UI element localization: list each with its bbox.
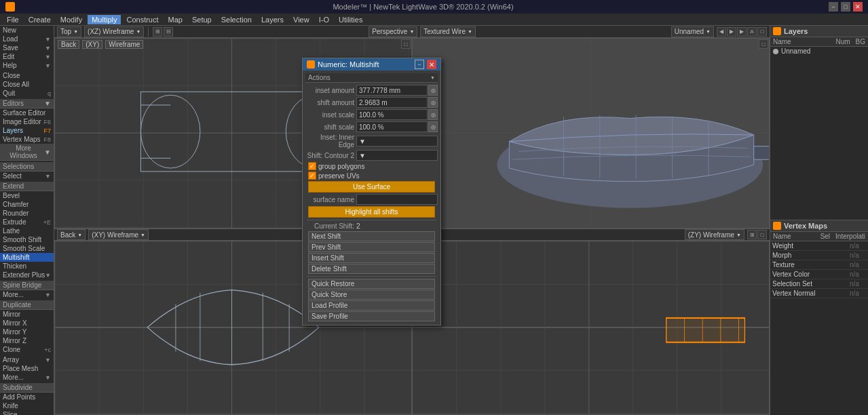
shift-amount-btn[interactable]: ◎ xyxy=(428,97,438,108)
shift-scale-input[interactable] xyxy=(356,121,428,132)
layer-item-unnamed[interactable]: Unnamed xyxy=(770,47,868,56)
next-shift-btn[interactable]: Next Shift xyxy=(308,231,435,241)
multishift-btn[interactable]: Multishift xyxy=(0,253,54,262)
duplicate-section[interactable]: Duplicate xyxy=(0,300,54,310)
shift-amount-input[interactable] xyxy=(356,97,428,108)
quick-restore-btn[interactable]: Quick Restore xyxy=(308,279,435,289)
inset-dropdown[interactable]: ▼ xyxy=(356,136,438,146)
left-quit[interactable]: Quitq xyxy=(0,89,54,98)
array-btn[interactable]: Array▼ xyxy=(0,355,54,364)
lathe-btn[interactable]: Lathe xyxy=(0,226,54,235)
vertex-maps-btn[interactable]: Vertex MapsF8 xyxy=(0,135,54,144)
quick-store-btn[interactable]: Quick Store xyxy=(308,290,435,300)
render-mode-dropdown-main[interactable]: (XZ) Wireframe xyxy=(84,26,144,37)
select-btn[interactable]: Select▼ xyxy=(0,172,54,180)
surface-name-dropdown[interactable] xyxy=(356,194,438,205)
bottom-vp-icon2[interactable]: □ xyxy=(757,230,767,239)
perspective-dropdown[interactable]: Perspective xyxy=(369,26,417,37)
back-view-btn[interactable]: Back xyxy=(58,40,79,49)
more-windows-section[interactable]: More Windows▼ xyxy=(0,144,54,161)
subdivide-section[interactable]: Subdivide xyxy=(0,383,54,393)
menu-layers[interactable]: Layers xyxy=(257,15,288,24)
minimize-button[interactable]: − xyxy=(829,2,838,12)
aa-btn[interactable]: A xyxy=(747,27,757,37)
save-profile-btn[interactable]: Save Profile xyxy=(308,311,435,321)
selections-section[interactable]: Selections xyxy=(0,162,54,172)
bottom-left-axis-dropdown[interactable]: (XY) Wireframe xyxy=(88,229,149,240)
insert-shift-btn[interactable]: Insert Shift xyxy=(308,253,435,263)
menu-map[interactable]: Map xyxy=(164,15,187,24)
dialog-close-btn[interactable]: ✕ xyxy=(427,60,436,69)
back-axis-btn[interactable]: (XY) xyxy=(82,40,102,49)
smooth-scale-btn[interactable]: Smooth Scale xyxy=(0,244,54,253)
left-save[interactable]: Save▼ xyxy=(0,43,54,52)
dialog-minimize-btn[interactable]: − xyxy=(415,60,424,69)
grid-icon[interactable]: ⊟ xyxy=(164,27,173,37)
spine-bridge-section[interactable]: Spine Bridge xyxy=(0,281,54,290)
delete-shift-btn[interactable]: Delete Shift xyxy=(308,264,435,274)
bottom-right-axis-dropdown[interactable]: (ZY) Wireframe xyxy=(685,229,744,240)
prev-shift-btn[interactable]: Prev Shift xyxy=(308,242,435,252)
layers-btn[interactable]: LayersF7 xyxy=(0,126,54,135)
menu-file[interactable]: File xyxy=(3,15,23,24)
left-new[interactable]: New xyxy=(0,26,54,35)
image-editor-btn[interactable]: Image EditorF6 xyxy=(0,117,54,126)
rounder-btn[interactable]: Rounder xyxy=(0,209,54,218)
place-mesh-btn[interactable]: Place Mesh xyxy=(0,364,54,373)
persp-vp-max-btn[interactable]: □ xyxy=(759,39,768,49)
thicken-btn[interactable]: Thicken xyxy=(0,262,54,271)
extrude-btn[interactable]: Extrude+E xyxy=(0,218,54,226)
cam-btn-1[interactable]: ◀ xyxy=(717,27,726,37)
editors-section[interactable]: Editors▼ xyxy=(0,99,54,108)
menu-multiply[interactable]: Multiply xyxy=(88,15,121,24)
textured-wire-dropdown[interactable]: Textured Wire xyxy=(420,26,476,37)
actions-header[interactable]: Actions xyxy=(305,73,438,83)
mirror-x-btn[interactable]: Mirror X xyxy=(0,319,54,328)
bevel-btn[interactable]: Bevel xyxy=(0,191,54,200)
highlight-all-btn[interactable]: Highlight all shifts xyxy=(308,206,435,218)
bottom-vp-icon1[interactable]: ⊞ xyxy=(747,230,757,239)
inset-amount-btn[interactable]: ◎ xyxy=(428,85,438,96)
extender-plus-btn[interactable]: Extender Plus▼ xyxy=(0,271,54,279)
back-mode-btn[interactable]: Wireframe xyxy=(105,40,143,49)
render-btn[interactable]: ▶ xyxy=(737,27,747,37)
bottom-left-view-dropdown[interactable]: Back xyxy=(57,229,86,240)
chamfer-btn[interactable]: Chamfer xyxy=(0,200,54,209)
menu-create[interactable]: Create xyxy=(24,15,55,24)
inset-scale-input[interactable] xyxy=(356,109,428,120)
mirror-btn[interactable]: Mirror xyxy=(0,310,54,319)
slice-btn[interactable]: Slice xyxy=(0,410,54,415)
viewport-perspective[interactable]: □ xyxy=(412,38,770,229)
snap-icon[interactable]: ⊞ xyxy=(153,27,162,37)
maximize-button[interactable]: □ xyxy=(841,2,850,12)
camera-dropdown[interactable]: Unnamed xyxy=(671,26,714,37)
left-load[interactable]: Load▼ xyxy=(0,35,54,43)
menu-utilities[interactable]: Utilities xyxy=(335,15,366,24)
use-surface-btn[interactable]: Use Surface xyxy=(308,181,435,193)
inset-amount-input[interactable] xyxy=(356,85,428,96)
left-close[interactable]: Close xyxy=(0,71,54,80)
shift-scale-btn[interactable]: ◎ xyxy=(428,121,438,132)
knife-btn[interactable]: Knife xyxy=(0,401,54,410)
mirror-z-btn[interactable]: Mirror Z xyxy=(0,336,54,345)
menu-selection[interactable]: Selection xyxy=(217,15,256,24)
vp-max-btn[interactable]: □ xyxy=(757,27,767,37)
menu-modify[interactable]: Modify xyxy=(56,15,86,24)
preserve-uvs-check[interactable] xyxy=(308,172,316,180)
smooth-shift-btn[interactable]: Smooth Shift xyxy=(0,235,54,244)
shift-dropdown[interactable]: ▼ xyxy=(356,150,438,161)
back-vp-max-btn[interactable]: □ xyxy=(401,39,411,49)
load-profile-btn[interactable]: Load Profile xyxy=(308,300,435,311)
mirror-y-btn[interactable]: Mirror Y xyxy=(0,328,54,336)
viewport-bottom-right[interactable] xyxy=(412,241,770,415)
dialog-titlebar[interactable]: Numeric: Multishift − ✕ xyxy=(303,58,440,71)
menu-view[interactable]: View xyxy=(289,15,314,24)
inset-scale-btn[interactable]: ◎ xyxy=(428,109,438,120)
group-polygons-check[interactable] xyxy=(308,162,316,170)
left-edit[interactable]: Edit▼ xyxy=(0,52,54,61)
menu-setup[interactable]: Setup xyxy=(188,15,216,24)
surface-editor-btn[interactable]: Surface Editor xyxy=(0,108,54,117)
cam-btn-2[interactable]: ▶ xyxy=(727,27,736,37)
menu-construct[interactable]: Construct xyxy=(122,15,162,24)
left-help[interactable]: Help▼ xyxy=(0,61,54,70)
